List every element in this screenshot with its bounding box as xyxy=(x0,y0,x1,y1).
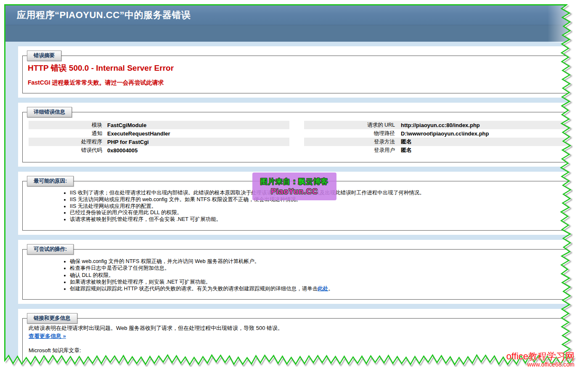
torn-edge-left xyxy=(4,4,5,369)
content-area: 错误摘要 HTTP 错误 500.0 - Internal Server Err… xyxy=(4,42,577,369)
site-watermark-title: office教程学习网 xyxy=(506,351,575,361)
kb-item: 294807 xyxy=(71,362,566,368)
operation-item: 确认 DLL 的权限。 xyxy=(70,272,572,279)
detail-value: D:\wwwroot\piaoyun.cc\index.php xyxy=(401,130,489,137)
error-subtitle: FastCGI 进程最近常常失败。请过一会再尝试此请求 xyxy=(28,79,572,87)
details-table-right: 请求的 URL http://piaoyun.cc:80/index.php 物… xyxy=(304,121,572,154)
torn-edge-top xyxy=(4,4,577,5)
detail-row: 登录方法 匿名 xyxy=(304,138,572,146)
operation-item: 如果请求被映射到托管处理程序，则安装 .NET 可扩展功能。 xyxy=(70,279,572,285)
kb-heading: Microsoft 知识库文章: xyxy=(29,347,566,354)
links-panel: 链接和更多信息 此错误表明在处理请求时出现问题。Web 服务器收到了请求，但在处… xyxy=(18,309,577,369)
error-details-legend: 详细错误信息 xyxy=(27,107,72,117)
detail-label: 错误代码 xyxy=(29,147,107,154)
detail-row: 通知 ExecuteRequestHandler xyxy=(29,129,289,138)
watermark-line1: 图片来自：飘云博客 xyxy=(260,177,328,186)
detail-value: FastCgiModule xyxy=(107,122,146,128)
details-table-left: 模块 FastCgiModule 通知 ExecuteRequestHandle… xyxy=(29,121,289,154)
error-title: HTTP 错误 500.0 - Internal Server Error xyxy=(28,63,572,74)
detail-label: 处理程序 xyxy=(29,138,107,146)
site-watermark: office教程学习网 www.office68.com xyxy=(506,351,575,368)
likely-causes-legend: 最可能的原因: xyxy=(27,176,74,186)
detail-value: http://piaoyun.cc:80/index.php xyxy=(401,122,480,128)
operation-item-text: 。 xyxy=(328,286,334,292)
error-details-panel: 详细错误信息 模块 FastCgiModule 通知 ExecuteReques… xyxy=(18,103,577,167)
error-summary-panel: 错误摘要 HTTP 错误 500.0 - Internal Server Err… xyxy=(18,46,577,98)
operation-item: 创建跟踪规则以跟踪此 HTTP 状态代码的失败的请求。有关为失败的请求创建跟踪规… xyxy=(70,285,572,292)
detail-label: 登录用户 xyxy=(304,147,401,154)
cause-item: 已经过身份验证的用户没有使用此 DLL 的权限。 xyxy=(70,210,572,216)
operations-panel: 可尝试的操作: 确保 web.config 文件的 NTFS 权限正确，并允许访… xyxy=(18,240,577,304)
detail-label: 登录方法 xyxy=(304,138,401,146)
header-subbar xyxy=(4,25,577,42)
operation-item-text: 创建跟踪规则以跟踪此 HTTP 状态代码的失败的请求。有关为失败的请求创建跟踪规… xyxy=(70,286,318,292)
detail-value: 匿名 xyxy=(401,138,412,146)
page-title: 应用程序“PIAOYUN.CC”中的服务器错误 xyxy=(17,9,191,21)
error-page-sheet: 应用程序“PIAOYUN.CC”中的服务器错误 错误摘要 HTTP 错误 500… xyxy=(4,4,577,369)
detail-row: 请求的 URL http://piaoyun.cc:80/index.php xyxy=(304,121,572,129)
detail-value: 0x80004005 xyxy=(107,147,138,154)
detail-row: 物理路径 D:\wwwroot\piaoyun.cc\index.php xyxy=(304,129,572,138)
detail-label: 模块 xyxy=(29,122,107,129)
error-summary-legend: 错误摘要 xyxy=(27,50,61,61)
more-info-link[interactable]: 查看更多信息 » xyxy=(29,332,66,340)
detail-label: 物理路径 xyxy=(304,130,401,137)
detail-value: 匿名 xyxy=(401,146,412,154)
detail-row: 处理程序 PHP for FastCgi xyxy=(29,138,289,146)
watermark-line2: PiaoYun.CC xyxy=(271,187,318,196)
cause-item: IIS 无法处理网站或应用程序的配置。 xyxy=(70,203,572,210)
links-legend: 链接和更多信息 xyxy=(27,313,77,324)
detail-label: 通知 xyxy=(29,130,107,137)
detail-value: ExecuteRequestHandler xyxy=(107,130,170,137)
detail-row: 模块 FastCgiModule xyxy=(29,121,289,129)
site-watermark-url: www.office68.com xyxy=(506,361,575,368)
detail-row: 错误代码 0x80004005 xyxy=(29,146,289,154)
watermark-overlay: 图片来自：飘云博客 PiaoYun.CC xyxy=(252,173,336,200)
here-link[interactable]: 此处 xyxy=(318,286,328,292)
operation-item: 检查事件日志中是否记录了任何附加信息。 xyxy=(70,265,572,271)
cause-item: 该请求将被映射到托管处理程序，但不会安装 .NET 可扩展功能。 xyxy=(70,216,572,223)
header-fade xyxy=(548,4,577,43)
header-bar: 应用程序“PIAOYUN.CC”中的服务器错误 xyxy=(4,5,577,25)
operations-legend: 可尝试的操作: xyxy=(27,244,74,255)
links-description: 此错误表明在处理请求时出现问题。Web 服务器收到了请求，但在处理过程中出现错误… xyxy=(29,324,566,332)
operation-item: 确保 web.config 文件的 NTFS 权限正确，并允许访问 Web 服务… xyxy=(70,258,572,265)
detail-row: 登录用户 匿名 xyxy=(304,146,572,154)
detail-value: PHP for FastCgi xyxy=(107,139,149,145)
detail-label: 请求的 URL xyxy=(304,122,401,129)
